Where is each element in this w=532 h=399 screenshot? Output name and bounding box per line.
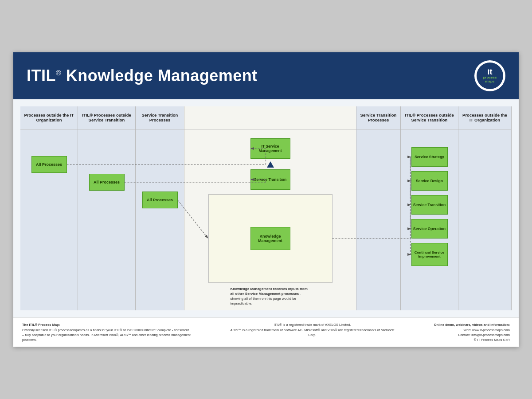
swimlane-left-2: ITIL® Processes outside Service Transiti… (78, 106, 136, 311)
page: ITIL® Knowledge Management it processmap… (13, 52, 519, 347)
service-operation-box: Service Operation (411, 219, 448, 239)
swimlane-body-right-1 (356, 129, 400, 311)
swimlane-header-left-3: Service Transition Processes (136, 106, 184, 129)
swimlane-left-1: Processes outside the IT Organization Al… (20, 106, 78, 311)
swimlane-right-3: Processes outside the IT Organization (458, 106, 512, 311)
all-processes-box-2: All Processes (89, 174, 125, 191)
note-text: Knowledge Management receives inputs fro… (231, 286, 310, 306)
footer: The ITIL® Process Map: Officially licens… (13, 317, 519, 347)
footer-right: Online demo, webinars, videos and inform… (434, 322, 510, 342)
knowledge-management-box: Knowledge Management (250, 227, 290, 250)
swimlane-header-center (184, 106, 356, 129)
service-transition-box: Service Transition (250, 169, 290, 190)
footer-center: ITIL® is a registered trade mark of AXEL… (228, 322, 396, 342)
header: ITIL® Knowledge Management it processmap… (13, 52, 519, 99)
swimlane-header-right-2: ITIL® Processes outside Service Transiti… (401, 106, 458, 129)
swimlane-header-left-1: Processes outside the IT Organization (20, 106, 78, 129)
swimlane-body-right-3 (458, 129, 511, 311)
up-arrow (267, 161, 274, 168)
swimlane-header-right-3: Processes outside the IT Organization (458, 106, 511, 129)
logo: it processmaps (474, 60, 505, 91)
diagram-wrapper: Processes outside the IT Organization Al… (20, 106, 512, 311)
km-outer-box: Knowledge Management (208, 194, 332, 283)
service-strategy-box: Service Strategy (411, 147, 448, 167)
swimlane-right-2: ITIL® Processes outside Service Transiti… (401, 106, 458, 311)
service-transition-right-box: Service Transition (411, 195, 448, 215)
it-service-management-box: IT Service Management (250, 138, 290, 159)
footer-left: The ITIL® Process Map: Officially licens… (22, 322, 191, 342)
swimlane-left-3: Service Transition Processes All Process… (136, 106, 184, 311)
itsm-group: IT Service Management (250, 138, 290, 168)
page-title: ITIL® Knowledge Management (27, 66, 258, 85)
swimlane-body-left-1: All Processes (20, 129, 78, 311)
diagram-area: Processes outside the IT Organization Al… (13, 99, 519, 318)
service-design-box: Service Design (411, 171, 448, 191)
all-processes-box-1: All Processes (31, 156, 67, 173)
swimlane-body-center: IT Service Management Service Transition… (184, 129, 356, 311)
swimlane-center: IT Service Management Service Transition… (184, 106, 356, 311)
continual-service-improvement-box: Continual Service Improvement (411, 243, 448, 266)
right-boxes-group: Service Strategy Service Design Service … (411, 134, 448, 266)
swimlane-header-right-1: Service Transition Processes (356, 106, 400, 129)
swimlane-header-left-2: ITIL® Processes outside Service Transiti… (78, 106, 135, 129)
swimlane-body-right-2: Service Strategy Service Design Service … (401, 129, 458, 311)
swimlane-body-left-3: All Processes (136, 129, 184, 311)
swimlane-body-left-2: All Processes (78, 129, 135, 311)
all-processes-box-3: All Processes (142, 192, 178, 208)
swimlane-right-1: Service Transition Processes (356, 106, 401, 311)
